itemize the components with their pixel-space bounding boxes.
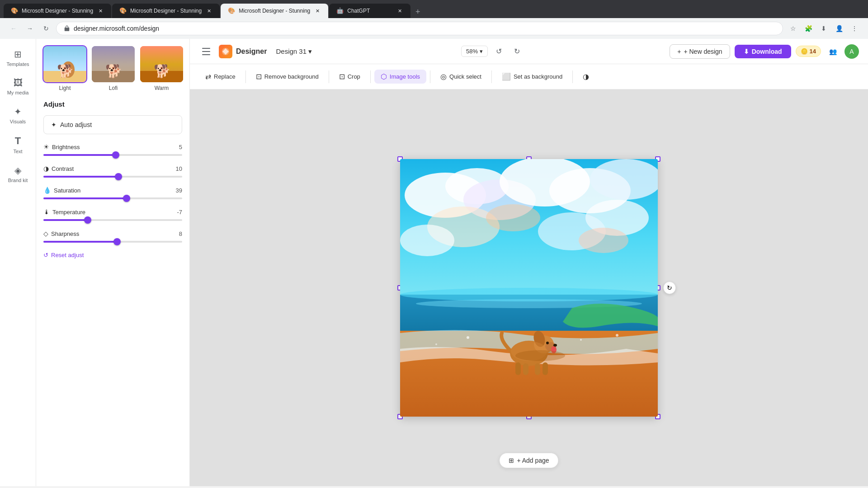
- back-button[interactable]: ←: [7, 22, 20, 35]
- rotate-handle[interactable]: ↻: [663, 282, 676, 294]
- forward-button[interactable]: →: [24, 22, 36, 35]
- add-page-button[interactable]: ⊞ + Add page: [499, 453, 558, 468]
- tab-3-favicon: 🎨: [228, 7, 235, 14]
- contrast-tool-button[interactable]: ◑: [576, 70, 595, 84]
- saturation-text: Saturation: [54, 187, 80, 194]
- tab-2-close[interactable]: ✕: [205, 7, 212, 14]
- quick-select-button[interactable]: ◎ Quick select: [434, 70, 488, 84]
- sidebar-item-brand-kit[interactable]: ◈ Brand kit: [3, 160, 33, 188]
- zoom-control[interactable]: 58% ▾: [461, 46, 488, 57]
- replace-button[interactable]: ⇄ Replace: [199, 70, 242, 84]
- svg-rect-33: [515, 362, 521, 375]
- profile-nav-button[interactable]: 👤: [833, 22, 845, 35]
- svg-text:🐕: 🐕: [159, 64, 170, 75]
- top-toolbar: Designer Design 31 ▾ 58% ▾ ↺ ↻ + + New d…: [190, 39, 868, 64]
- tab-1[interactable]: 🎨 Microsoft Designer - Stunning ✕: [4, 4, 111, 18]
- svg-point-43: [616, 334, 618, 337]
- crop-button[interactable]: ⊡ Crop: [333, 70, 367, 84]
- set-bg-icon: ⬜: [502, 72, 511, 81]
- filter-light-thumb[interactable]: 🐕: [43, 46, 86, 82]
- filter-light-preview: 🐕: [43, 46, 86, 82]
- svg-point-40: [515, 350, 565, 361]
- temperature-slider-section: 🌡 Temperature -7: [43, 208, 182, 221]
- hamburger-button[interactable]: [199, 44, 213, 59]
- svg-point-20: [400, 225, 454, 256]
- tab-3-close[interactable]: ✕: [314, 7, 321, 14]
- new-design-button[interactable]: + + New design: [670, 44, 730, 59]
- temperature-label: 🌡 Temperature: [43, 208, 85, 216]
- filter-lofi-thumb[interactable]: 🐕: [92, 46, 135, 82]
- menu-button[interactable]: ⋮: [848, 22, 861, 35]
- download-button[interactable]: ⬇ Download: [735, 45, 791, 58]
- filter-warm[interactable]: 🐕 Warm: [140, 46, 183, 91]
- sidebar-item-my-media[interactable]: 🖼 My media: [3, 73, 33, 100]
- new-design-plus: +: [677, 48, 681, 55]
- temperature-track[interactable]: [43, 219, 182, 221]
- temperature-thumb[interactable]: [84, 216, 91, 224]
- sidebar-item-visuals[interactable]: ✦ Visuals: [3, 102, 33, 129]
- reset-adjust-button[interactable]: ↺ Reset adjust: [43, 252, 182, 258]
- extensions-button[interactable]: 🧩: [802, 22, 815, 35]
- auto-adjust-label: Auto adjust: [60, 121, 92, 128]
- tab-4[interactable]: 🤖 ChatGPT ✕: [329, 4, 410, 18]
- brightness-slider-section: ☀ Brightness 5: [43, 143, 182, 156]
- filter-lofi[interactable]: 🐕 Lofi: [92, 46, 135, 91]
- filter-warm-thumb[interactable]: 🐕: [140, 46, 183, 82]
- set-as-background-button[interactable]: ⬜ Set as background: [495, 70, 569, 84]
- svg-point-38: [553, 344, 557, 347]
- contrast-value: 10: [176, 165, 182, 172]
- project-name-button[interactable]: Design 31 ▾: [272, 46, 316, 57]
- visuals-icon: ✦: [14, 106, 22, 117]
- brightness-label: ☀ Brightness: [43, 143, 80, 150]
- saturation-track[interactable]: [43, 197, 182, 199]
- reload-button[interactable]: ↻: [40, 22, 52, 35]
- share-button[interactable]: 👥: [826, 44, 840, 59]
- coin-count: 14: [810, 48, 816, 55]
- saturation-thumb[interactable]: [123, 195, 130, 202]
- quick-select-label: Quick select: [449, 73, 481, 80]
- tab-3[interactable]: 🎨 Microsoft Designer - Stunning ✕: [221, 4, 328, 18]
- bookmark-star-button[interactable]: ☆: [787, 22, 799, 35]
- nav-bar: ← → ↻ designer.microsoft.com/design ☆ 🧩 …: [0, 18, 868, 39]
- user-avatar[interactable]: A: [844, 44, 859, 59]
- designer-logo-svg: [221, 47, 230, 56]
- undo-button[interactable]: ↺: [491, 44, 506, 59]
- toolbar-divider-3: [370, 70, 371, 83]
- brightness-value: 5: [179, 144, 182, 150]
- auto-adjust-button[interactable]: ✦ Auto adjust: [43, 115, 182, 134]
- sidebar-item-templates[interactable]: ⊞ Templates: [3, 44, 33, 71]
- image-tools-button[interactable]: ⬡ Image tools: [374, 70, 426, 84]
- brightness-thumb[interactable]: [112, 151, 119, 159]
- toolbar-divider-5: [491, 70, 492, 83]
- nav-actions: ☆ 🧩 ⬇ 👤 ⋮: [787, 22, 861, 35]
- contrast-track[interactable]: [43, 176, 182, 178]
- sharpness-thumb[interactable]: [113, 238, 121, 245]
- image-tools-icon: ⬡: [381, 72, 387, 81]
- svg-point-22: [486, 204, 540, 231]
- tab-1-close[interactable]: ✕: [97, 7, 104, 14]
- contrast-thumb[interactable]: [115, 173, 122, 180]
- designer-logo: Designer: [219, 45, 267, 58]
- tab-4-close[interactable]: ✕: [396, 7, 403, 14]
- redo-button[interactable]: ↻: [509, 44, 524, 59]
- brightness-track[interactable]: [43, 154, 182, 156]
- sharpness-track[interactable]: [43, 241, 182, 243]
- canvas-container[interactable]: ↻: [400, 159, 658, 417]
- coin-badge: 🪙 14: [796, 46, 821, 57]
- remove-background-button[interactable]: ⊡ Remove background: [250, 70, 325, 84]
- adjust-title: Adjust: [43, 100, 182, 108]
- brightness-text: Brightness: [52, 144, 80, 150]
- new-tab-button[interactable]: +: [411, 5, 424, 18]
- tab-2[interactable]: 🎨 Microsoft Designer - Stunning ✕: [112, 4, 220, 18]
- sidebar-item-text[interactable]: T Text: [3, 131, 33, 159]
- sharpness-value: 8: [179, 230, 182, 237]
- saturation-icon: 💧: [43, 187, 51, 194]
- canvas-image[interactable]: [400, 159, 658, 417]
- auto-adjust-icon: ✦: [51, 121, 57, 128]
- download-nav-button[interactable]: ⬇: [817, 22, 830, 35]
- tab-bar: 🎨 Microsoft Designer - Stunning ✕ 🎨 Micr…: [0, 0, 868, 18]
- temperature-text: Temperature: [52, 209, 85, 216]
- browser-chrome: 🎨 Microsoft Designer - Stunning ✕ 🎨 Micr…: [0, 0, 868, 39]
- url-bar[interactable]: designer.microsoft.com/design: [56, 22, 783, 35]
- filter-light[interactable]: 🐕 Light: [43, 46, 86, 91]
